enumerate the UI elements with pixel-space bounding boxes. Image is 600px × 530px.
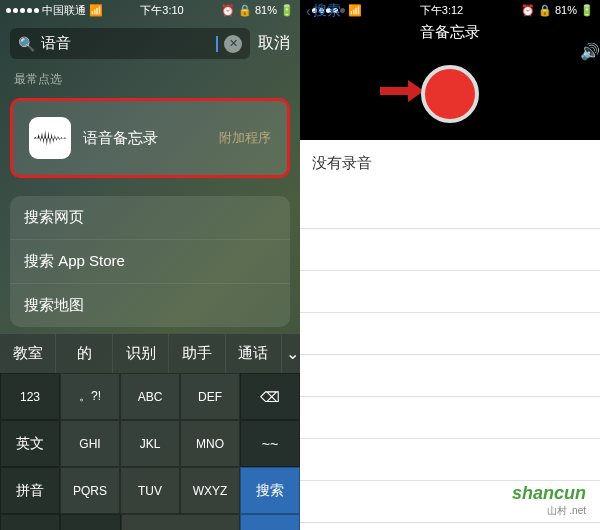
recording-list xyxy=(300,187,600,523)
list-item xyxy=(300,187,600,229)
suggestion-bar: 教室 的 识别 助手 通话 ⌄ xyxy=(0,333,300,373)
suggestion[interactable]: 识别 xyxy=(113,334,169,373)
list-item xyxy=(300,229,600,271)
alarm-icon: ⏰ xyxy=(221,4,235,17)
search-input[interactable]: 🔍 语音 ✕ xyxy=(10,28,250,59)
key-ghi[interactable]: GHI xyxy=(60,420,120,467)
text-cursor xyxy=(216,36,218,52)
section-label: 最常点选 xyxy=(0,67,300,92)
key-english[interactable]: 英文 xyxy=(0,420,60,467)
status-bar-left: 中国联通 📶 下午3:10 ⏰ 🔒 81% 🔋 xyxy=(0,0,300,20)
alarm-icon: ⏰ xyxy=(521,4,535,17)
key-def[interactable]: DEF xyxy=(180,373,240,420)
cancel-button[interactable]: 取消 xyxy=(258,33,290,54)
key-wxyz[interactable]: WXYZ xyxy=(180,467,240,514)
rotation-lock-icon: 🔒 xyxy=(538,4,552,17)
key-search[interactable]: 搜索 xyxy=(240,467,300,514)
key-punct[interactable]: 。?! xyxy=(60,373,120,420)
search-maps[interactable]: 搜索地图 xyxy=(10,284,290,327)
list-item xyxy=(300,271,600,313)
chevron-down-icon[interactable]: ⌄ xyxy=(282,334,300,373)
key-abc[interactable]: ABC xyxy=(120,373,180,420)
suggestion[interactable]: 的 xyxy=(56,334,112,373)
key-pinyin[interactable]: 拼音 xyxy=(0,467,60,514)
voice-memos-icon xyxy=(29,117,71,159)
list-item xyxy=(300,313,600,355)
list-item xyxy=(300,397,600,439)
key-search-2[interactable] xyxy=(240,514,300,530)
back-button[interactable]: ‹ 搜索 xyxy=(306,2,341,20)
app-title: 音备忘录 xyxy=(300,20,600,42)
search-query: 语音 xyxy=(41,34,209,53)
status-bar-right: ‹ 搜索 📶 下午3:12 ⏰ 🔒 81% 🔋 xyxy=(300,0,600,20)
key-tuv[interactable]: TUV xyxy=(120,467,180,514)
battery-label: 81% xyxy=(555,4,577,16)
key-jkl[interactable]: JKL xyxy=(120,420,180,467)
empty-state-label: 没有录音 xyxy=(300,140,600,187)
suggestion[interactable]: 通话 xyxy=(226,334,282,373)
list-item xyxy=(300,439,600,481)
search-icon: 🔍 xyxy=(18,36,35,52)
rotation-lock-icon: 🔒 xyxy=(238,4,252,17)
key-confirm[interactable]: ~~ xyxy=(240,420,300,467)
keyboard: 123 。?! ABC DEF ⌫ 英文 GHI JKL MNO ~~ 拼音 P… xyxy=(0,373,300,530)
time-label: 下午3:10 xyxy=(140,3,183,18)
carrier-label: 中国联通 xyxy=(42,3,86,18)
list-item xyxy=(300,355,600,397)
key-space[interactable]: 空格 xyxy=(121,514,240,530)
wifi-icon: 📶 xyxy=(89,4,103,17)
search-bar: 🔍 语音 ✕ 取消 xyxy=(0,20,300,67)
search-result-voice-memos[interactable]: 语音备忘录 附加程序 xyxy=(10,98,290,178)
wifi-icon: 📶 xyxy=(348,4,362,17)
suggestion[interactable]: 助手 xyxy=(169,334,225,373)
time-label: 下午3:12 xyxy=(420,3,463,18)
key-backspace[interactable]: ⌫ xyxy=(240,373,300,420)
search-web[interactable]: 搜索网页 xyxy=(10,196,290,240)
voice-memos-header: 音备忘录 🔊 xyxy=(300,20,600,140)
key-select-pinyin[interactable]: 选拼音 xyxy=(60,514,120,530)
battery-label: 81% xyxy=(255,4,277,16)
suggestion[interactable]: 教室 xyxy=(0,334,56,373)
clear-icon[interactable]: ✕ xyxy=(224,35,242,53)
battery-icon: 🔋 xyxy=(580,4,594,17)
battery-icon: 🔋 xyxy=(280,4,294,17)
key-mno[interactable]: MNO xyxy=(180,420,240,467)
key-globe-icon[interactable]: 🌐 xyxy=(0,514,60,530)
signal-dots-icon xyxy=(6,8,39,13)
speaker-icon[interactable]: 🔊 xyxy=(580,42,600,61)
key-pqrs[interactable]: PQRS xyxy=(60,467,120,514)
search-appstore[interactable]: 搜索 App Store xyxy=(10,240,290,284)
result-name: 语音备忘录 xyxy=(83,129,207,148)
record-button[interactable] xyxy=(421,65,479,123)
watermark: shancun山村 .net xyxy=(512,483,586,518)
result-action: 附加程序 xyxy=(219,129,271,147)
search-options: 搜索网页 搜索 App Store 搜索地图 xyxy=(10,196,290,327)
key-123[interactable]: 123 xyxy=(0,373,60,420)
